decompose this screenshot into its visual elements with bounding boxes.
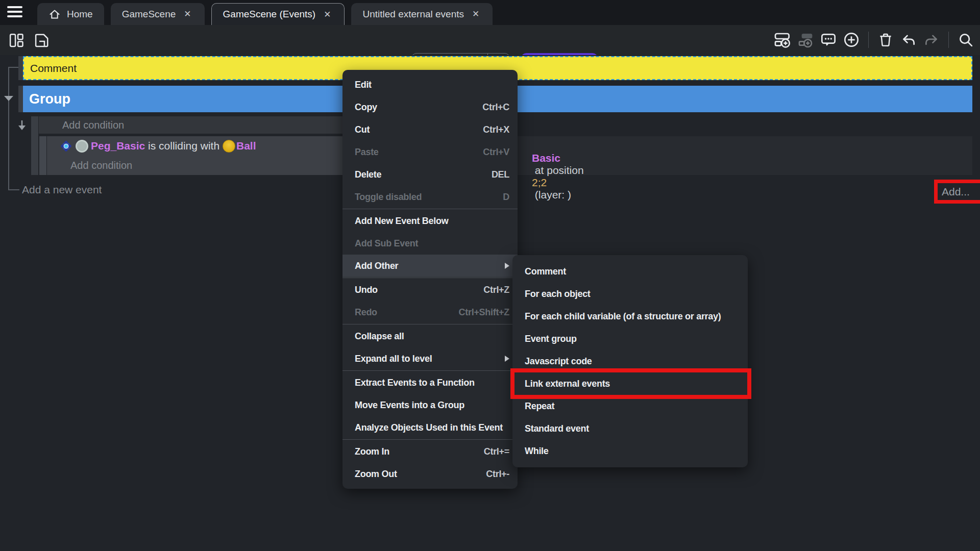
menu-item[interactable]: Standard event	[512, 417, 748, 440]
tab-label: GameScene (Events)	[223, 9, 316, 20]
event-gutter	[18, 86, 23, 112]
menu-item-shortcut: Ctrl+Z	[483, 285, 509, 295]
add-condition-row[interactable]: Add condition	[47, 156, 348, 175]
menu-item[interactable]: Expand all to level	[342, 347, 518, 370]
menu-item[interactable]: For each object	[512, 283, 748, 305]
menu-item[interactable]: While	[512, 440, 748, 462]
submenu-arrow-icon	[505, 356, 509, 362]
tree-line	[8, 67, 19, 68]
redo-button[interactable]	[922, 31, 941, 49]
menu-item-label: Add Sub Event	[355, 238, 509, 249]
menu-item[interactable]: Paste Ctrl+V	[342, 141, 518, 163]
menu-item[interactable]: Extract Events to a Function	[342, 371, 518, 394]
menu-item[interactable]: Copy Ctrl+C	[342, 96, 518, 118]
annotation-box-link-external-events	[510, 368, 751, 399]
add-event-icon	[774, 32, 791, 48]
condition-verb: is colliding with	[145, 140, 223, 152]
add-new-event-label: Add a new event	[22, 184, 102, 195]
collision-condition-row[interactable]: Peg_Basic is colliding with Ball	[47, 136, 348, 156]
menu-item[interactable]: Event group	[512, 328, 748, 350]
event-gutter	[31, 116, 38, 175]
undo-button[interactable]	[899, 31, 918, 49]
comment-bubble-icon	[820, 32, 837, 48]
collapse-subevent-arrow-icon[interactable]	[16, 119, 28, 132]
collapse-group-arrow-icon[interactable]	[4, 96, 13, 101]
menu-item[interactable]: Undo Ctrl+Z	[342, 279, 518, 301]
menu-item-label: Copy	[355, 102, 482, 113]
menu-item[interactable]: Redo Ctrl+Shift+Z	[342, 301, 518, 323]
close-icon[interactable]: ✕	[182, 8, 193, 20]
menu-item-label: Paste	[355, 147, 483, 158]
menu-item[interactable]: Zoom In Ctrl+=	[342, 440, 518, 463]
delete-button[interactable]	[876, 31, 895, 49]
search-icon	[958, 32, 973, 47]
menu-item-label: Zoom Out	[355, 469, 486, 480]
menu-item-label: Add New Event Below	[355, 216, 509, 227]
tab-gamescene-events[interactable]: GameScene (Events) ✕	[211, 3, 345, 25]
redo-icon	[924, 32, 939, 47]
menu-item[interactable]: Collapse all	[342, 325, 518, 347]
menu-item[interactable]: Comment	[512, 260, 748, 283]
close-icon[interactable]: ✕	[322, 8, 333, 21]
menu-item[interactable]: Delete DEL	[342, 163, 518, 186]
add-button[interactable]: Add...	[942, 186, 970, 198]
tab-label: Home	[67, 9, 93, 20]
ball-object-icon	[223, 140, 235, 153]
tab-home[interactable]: Home	[37, 3, 104, 25]
search-button[interactable]	[957, 31, 975, 49]
menu-item-label: For each object	[525, 289, 740, 299]
choose-add-button[interactable]	[842, 31, 861, 49]
create-action-row[interactable]: Basic at position 2;2 (layer: )	[514, 140, 586, 213]
tab-untitled-external-events[interactable]: Untitled external events ✕	[351, 3, 493, 25]
add-event-button[interactable]	[773, 31, 792, 49]
add-condition-row[interactable]: Add condition	[39, 116, 348, 134]
divider	[868, 32, 869, 48]
menu-item-label: Move Events into a Group	[355, 400, 509, 411]
add-new-event-link[interactable]: Add a new event	[22, 184, 102, 196]
menu-divider	[342, 278, 518, 278]
menu-item-label: Expand all to level	[355, 354, 500, 364]
menu-item-label: Analyze Objects Used in this Event	[355, 422, 509, 433]
gdevelop-events-editor: Home GameScene ✕ GameScene (Events) ✕ Un…	[0, 0, 980, 551]
menu-item[interactable]: Edit	[342, 73, 518, 96]
menu-item-label: Add Other	[355, 261, 500, 271]
menu-item-shortcut: Ctrl+X	[483, 124, 509, 135]
toggle-panels-button[interactable]	[7, 31, 26, 49]
main-menu-icon[interactable]	[7, 6, 23, 19]
tab-gamescene[interactable]: GameScene ✕	[111, 3, 205, 25]
menu-item-shortcut: Ctrl+V	[483, 147, 509, 158]
menu-item-label: Standard event	[525, 423, 740, 434]
tab-bar: Home GameScene ✕ GameScene (Events) ✕ Un…	[0, 0, 980, 25]
menu-item[interactable]: Add Sub Event	[342, 232, 518, 255]
menu-item[interactable]: Toggle disabled D	[342, 186, 518, 208]
action-layer-text: (layer: )	[532, 189, 571, 201]
add-comment-button[interactable]	[819, 31, 838, 49]
collision-icon	[60, 140, 72, 152]
menu-item-shortcut: Ctrl+=	[484, 446, 509, 457]
comment-text: Comment	[30, 62, 77, 74]
menu-item[interactable]: Add Other	[342, 255, 518, 277]
menu-item[interactable]: For each child variable (of a structure …	[512, 305, 748, 328]
save-button[interactable]	[33, 31, 51, 49]
add-condition-label: Add condition	[70, 160, 132, 171]
trash-icon	[878, 32, 893, 47]
tree-line	[8, 67, 9, 190]
add-sub-event-button[interactable]	[796, 31, 815, 49]
close-icon[interactable]: ✕	[470, 8, 481, 20]
menu-item-label: Comment	[525, 266, 740, 277]
divider	[948, 32, 949, 48]
annotation-box-add-button: Add...	[934, 180, 980, 204]
menu-item[interactable]: Add New Event Below	[342, 210, 518, 232]
menu-item-label: Undo	[355, 285, 483, 295]
menu-item-shortcut: Ctrl+C	[482, 102, 509, 113]
action-position-value: 2;2	[532, 177, 547, 188]
menu-item[interactable]: Zoom Out Ctrl+-	[342, 463, 518, 485]
menu-item[interactable]: Analyze Objects Used in this Event	[342, 416, 518, 439]
menu-item-shortcut: Ctrl+Shift+Z	[459, 307, 509, 318]
menu-item-shortcut: DEL	[492, 169, 509, 180]
menu-item[interactable]: Cut Ctrl+X	[342, 118, 518, 141]
tab-label: Untitled external events	[362, 9, 464, 20]
group-title: Group	[29, 91, 70, 107]
event-context-menu: Edit Copy Ctrl+C Cut Ctrl+X Paste Ctrl+V…	[342, 70, 518, 489]
menu-item[interactable]: Move Events into a Group	[342, 394, 518, 416]
